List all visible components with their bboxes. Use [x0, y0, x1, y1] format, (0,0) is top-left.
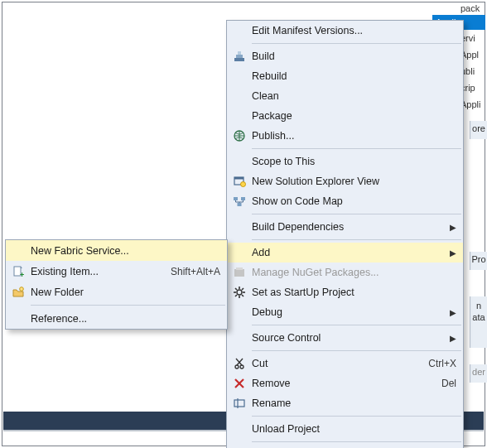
menu-item-scope[interactable]: Scope to This	[227, 152, 463, 171]
menu-item-startup[interactable]: Set as StartUp Project	[227, 282, 463, 302]
menu-separator	[31, 305, 225, 306]
submenu-arrow-icon: ▶	[446, 308, 456, 317]
background-tree-fragment: pack	[460, 0, 482, 17]
newfolder-icon	[6, 286, 31, 299]
menu-item-label: Source Control	[252, 332, 446, 344]
side-tab[interactable]: ore	[470, 121, 487, 139]
existing-icon	[6, 265, 31, 278]
menu-separator	[252, 350, 461, 351]
submenu-arrow-icon: ▶	[446, 248, 456, 258]
menu-item-label: Cut	[252, 358, 420, 369]
menu-separator	[252, 148, 461, 149]
menu-separator	[252, 214, 461, 214]
menu-item-shortcut: Shift+Alt+A	[162, 266, 220, 277]
menu-item-label: Publish...	[252, 130, 456, 142]
menu-item-add[interactable]: Add▶	[227, 243, 463, 263]
submenu-arrow-icon: ▶	[446, 334, 456, 343]
menu-item-label: Manage NuGet Packages...	[252, 267, 456, 278]
menu-item-label: Build Dependencies	[252, 221, 446, 233]
menu-item-unload[interactable]: Unload Project	[227, 419, 463, 439]
menu-item-label: Package	[252, 110, 456, 122]
menu-item-new-folder[interactable]: New Folder	[6, 282, 227, 302]
menu-item-label: Rename	[252, 397, 456, 409]
menu-separator	[252, 441, 461, 442]
menu-separator	[252, 239, 461, 240]
menu-separator	[252, 416, 461, 417]
menu-item-builddep[interactable]: Build Dependencies▶	[227, 217, 463, 237]
menu-item-label: New Solution Explorer View	[252, 176, 456, 187]
menu-item-label: Set as StartUp Project	[252, 287, 456, 298]
add-submenu: New Fabric Service...Existing Item...Shi…	[5, 239, 228, 330]
menu-item-rebuild[interactable]: Rebuild	[227, 66, 463, 86]
menu-item-nuget: Manage NuGet Packages...	[227, 263, 463, 282]
menu-item-label: Show on Code Map	[252, 195, 456, 207]
menu-item-shortcut: Ctrl+X	[420, 358, 456, 369]
menu-item-shortcut: Del	[433, 378, 456, 389]
menu-item-openfld[interactable]: Open Folder in File Explorer	[227, 445, 463, 448]
menu-item-label: Clean	[252, 90, 456, 102]
menu-item-publish[interactable]: Publish...	[227, 126, 463, 146]
menu-item-label: Existing Item...	[31, 266, 162, 277]
menu-item-remove[interactable]: RemoveDel	[227, 373, 463, 393]
menu-item-label: New Folder	[31, 287, 220, 298]
menu-item-label: Debug	[252, 306, 446, 318]
menu-item-rename[interactable]: Rename	[227, 393, 463, 413]
gear-icon	[227, 286, 252, 299]
side-tab[interactable]: der	[470, 364, 487, 383]
menu-item-new-fabric[interactable]: New Fabric Service...	[6, 240, 227, 261]
menu-item-label: Add	[252, 247, 446, 258]
menu-item-debug[interactable]: Debug▶	[227, 302, 463, 322]
menu-item-new-sln[interactable]: New Solution Explorer View	[227, 171, 463, 191]
menu-item-label: Unload Project	[252, 423, 456, 435]
menu-item-label: Remove	[252, 378, 433, 389]
menu-item-label: Reference...	[31, 313, 220, 325]
codemap-icon	[227, 195, 252, 208]
menu-item-label: Scope to This	[252, 156, 456, 167]
menu-item-srcctrl[interactable]: Source Control▶	[227, 328, 463, 348]
menu-separator	[252, 325, 461, 325]
menu-item-package[interactable]: Package	[227, 106, 463, 126]
menu-item-clean[interactable]: Clean	[227, 86, 463, 106]
menu-item-build[interactable]: Build	[227, 46, 463, 66]
menu-item-edit-manifest[interactable]: Edit Manifest Versions...	[227, 21, 463, 41]
build-icon	[227, 50, 252, 63]
remove-icon	[227, 377, 252, 390]
menu-item-label: Build	[252, 51, 456, 62]
menu-item-existing-item[interactable]: Existing Item...Shift+Alt+A	[6, 261, 227, 282]
cut-icon	[227, 357, 252, 370]
menu-item-cut[interactable]: CutCtrl+X	[227, 354, 463, 373]
menu-item-reference[interactable]: Reference...	[6, 308, 227, 329]
nuget-icon	[227, 266, 252, 279]
publish-icon	[227, 129, 252, 142]
side-tab[interactable]: n ata	[470, 296, 487, 348]
rename-icon	[227, 397, 252, 410]
submenu-arrow-icon: ▶	[446, 223, 456, 232]
side-tab[interactable]: Pro	[470, 252, 487, 270]
menu-separator	[252, 43, 461, 44]
menu-item-label: Rebuild	[252, 70, 456, 82]
menu-item-label: New Fabric Service...	[31, 245, 220, 257]
context-menu: Edit Manifest Versions...BuildRebuildCle…	[226, 20, 464, 448]
menu-item-codemap[interactable]: Show on Code Map	[227, 191, 463, 211]
newview-icon	[227, 175, 252, 188]
menu-item-label: Edit Manifest Versions...	[252, 25, 456, 36]
